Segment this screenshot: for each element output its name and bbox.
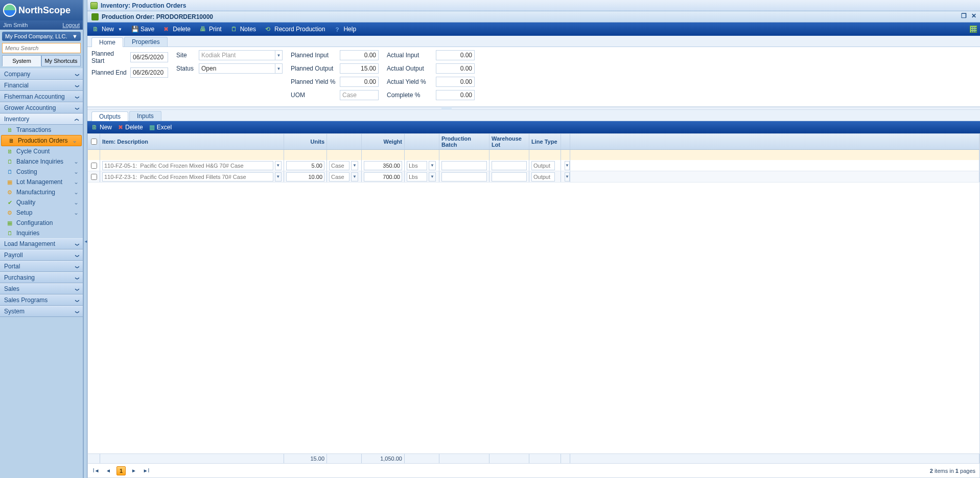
dropdown-arrow-icon[interactable]: ▼ [565,172,570,181]
window-close-icon[interactable]: ✕ [970,12,978,19]
dropdown-arrow-icon[interactable]: ▼ [275,161,282,170]
planned-end-input[interactable] [130,67,168,78]
nav-group-grower-accounting[interactable]: Grower Accounting [0,102,83,113]
nav-group-purchasing[interactable]: Purchasing [0,272,83,283]
nav-item-manufacturing[interactable]: ⚙Manufacturing⌄ [0,187,83,197]
units-cell[interactable] [286,172,324,181]
complete-field[interactable] [436,90,475,100]
nav-group-inventory[interactable]: Inventory [0,113,83,125]
grid-toggle-icon[interactable] [970,26,977,33]
tab-home[interactable]: Home [91,37,123,47]
actual-input-field[interactable] [436,50,475,60]
dropdown-arrow-icon[interactable]: ▼ [275,50,283,60]
linetype-cell[interactable] [531,172,555,181]
units-uom-cell[interactable] [329,172,349,181]
new-button[interactable]: 🗎New [90,25,124,34]
sidebar-collapse-handle[interactable] [83,0,87,478]
help-button[interactable]: ？Help [332,25,358,34]
dropdown-arrow-icon[interactable]: ▼ [275,172,282,181]
nav-item-cycle-count[interactable]: 🗎Cycle Count [0,146,83,156]
status-input[interactable] [199,63,275,74]
item-cell[interactable] [102,172,273,181]
print-button[interactable]: 🖶Print [198,25,224,34]
tab-system[interactable]: System [2,55,41,66]
grid-row[interactable]: ▼ ▼ ▼ ▼ [88,160,979,171]
batch-cell[interactable] [441,161,487,170]
dropdown-arrow-icon[interactable]: ▼ [351,161,358,170]
planned-input-field[interactable] [340,50,379,60]
grid-row[interactable]: ▼ ▼ ▼ ▼ [88,171,979,183]
nav-item-balance-inquiries[interactable]: 🗒Balance Inquiries⌄ [0,156,83,167]
col-linetype[interactable]: Line Type [529,134,561,149]
nav-group-system[interactable]: System [0,306,83,317]
uom-field[interactable] [340,90,379,100]
select-all-checkbox[interactable] [91,139,97,145]
dropdown-arrow-icon[interactable]: ▼ [565,161,570,170]
item-cell[interactable] [102,161,273,170]
nav-item-quality[interactable]: ✔Quality⌄ [0,197,83,208]
row-checkbox[interactable] [91,163,97,169]
pager-last[interactable]: ►I [142,467,150,475]
nav-group-sales[interactable]: Sales [0,283,83,294]
nav-group-financial[interactable]: Financial [0,80,83,91]
nav-item-inquiries[interactable]: 🗒Inquiries [0,228,83,238]
save-button[interactable]: 💾Save [129,25,156,34]
horizontal-splitter[interactable] [87,107,980,110]
col-lot[interactable]: Warehouse Lot [489,134,529,149]
nav-group-fisherman-accounting[interactable]: Fisherman Accounting [0,91,83,102]
col-units[interactable]: Units [284,134,327,149]
actual-output-field[interactable] [436,63,475,74]
company-selector[interactable]: My Food Company, LLC. ▼ [2,32,81,41]
delete-button[interactable]: ✖Delete [161,25,193,34]
detail-excel-button[interactable]: ▦Excel [149,124,172,131]
pager-first[interactable]: I◄ [92,467,100,475]
units-cell[interactable] [286,161,324,170]
weight-uom-cell[interactable] [407,161,427,170]
logout-link[interactable]: Logout [62,22,80,28]
weight-uom-cell[interactable] [407,172,427,181]
nav-item-configuration[interactable]: ▦Configuration [0,218,83,228]
planned-yield-field[interactable] [340,77,379,87]
dropdown-arrow-icon[interactable]: ▼ [429,161,436,170]
nav-group-payroll[interactable]: Payroll [0,249,83,261]
site-input[interactable] [199,50,275,60]
dropdown-arrow-icon[interactable]: ▼ [429,172,436,181]
tab-my-shortcuts[interactable]: My Shortcuts [41,55,81,66]
nav-group-load-management[interactable]: Load Management [0,238,83,249]
actual-yield-field[interactable] [436,77,475,87]
nav-group-portal[interactable]: Portal [0,261,83,272]
weight-cell[interactable] [364,172,402,181]
batch-cell[interactable] [441,172,487,181]
planned-output-field[interactable] [340,63,379,74]
tab-properties[interactable]: Properties [124,37,168,47]
dropdown-arrow-icon[interactable]: ▼ [275,63,283,74]
nav-item-lot-management[interactable]: ▦Lot Management⌄ [0,177,83,187]
nav-item-costing[interactable]: 🗒Costing⌄ [0,167,83,177]
detail-delete-button[interactable]: ✖Delete [118,124,143,131]
record-production-button[interactable]: ⟲Record Production [263,25,327,34]
nav-item-setup[interactable]: ⚙Setup⌄ [0,208,83,218]
menu-search-input[interactable] [2,43,81,53]
planned-start-input[interactable] [130,52,168,62]
lot-cell[interactable] [492,172,527,181]
lot-cell[interactable] [492,161,527,170]
dropdown-arrow-icon[interactable]: ▼ [351,172,358,181]
pager-prev[interactable]: ◄ [104,467,112,475]
nav-item-transactions[interactable]: 🗎Transactions [0,125,83,135]
pager-page[interactable]: 1 [116,466,126,475]
units-uom-cell[interactable] [329,161,349,170]
col-weight[interactable]: Weight [362,134,405,149]
notes-button[interactable]: 🗒Notes [229,25,258,34]
nav-group-company[interactable]: Company [0,69,83,80]
nav-item-production-orders[interactable]: 🗎Production Orders⌄ [1,135,82,146]
tab-inputs[interactable]: Inputs [129,111,161,121]
weight-cell[interactable] [364,161,402,170]
detail-new-button[interactable]: 🗎New [91,124,112,131]
linetype-cell[interactable] [531,161,555,170]
nav-group-sales-programs[interactable]: Sales Programs [0,294,83,306]
col-batch[interactable]: Production Batch [439,134,489,149]
pager-next[interactable]: ► [130,467,138,475]
row-checkbox[interactable] [91,174,97,180]
tab-outputs[interactable]: Outputs [91,111,128,121]
window-restore-icon[interactable]: ❐ [960,12,968,19]
